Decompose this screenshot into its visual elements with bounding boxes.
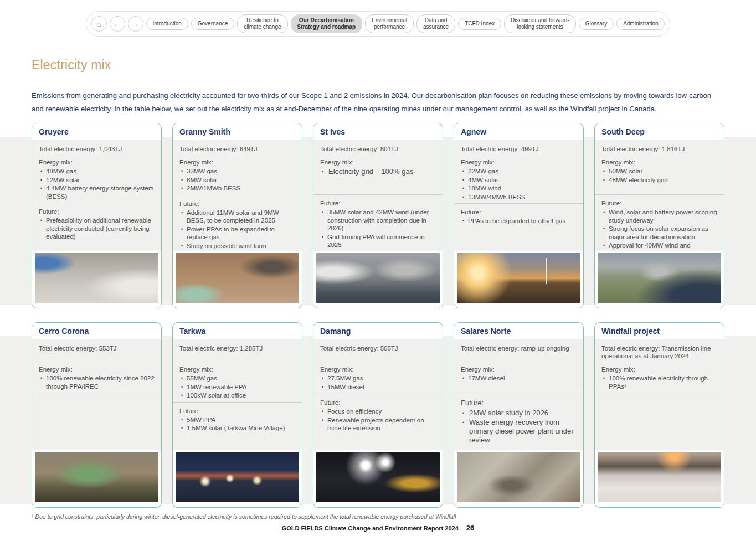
total-energy: Total electric energy: ramp-up ongoing: [461, 344, 577, 365]
forward-button[interactable]: →: [128, 16, 143, 32]
energy-mix-item: 4MW solar: [461, 176, 577, 184]
mine-card-title: Granny Smith: [179, 127, 295, 136]
energy-mix-item: 100% renewable electricity since 2022 th…: [39, 374, 155, 390]
future-list: Focus on efficiencyRenewable projects de…: [320, 408, 436, 432]
energy-section: Total electric energy: 1,816TJ Energy mi…: [595, 140, 724, 194]
energy-mix-item: 22MW gas: [461, 167, 577, 176]
total-energy: Total electric energy: 553TJ: [39, 344, 155, 365]
mine-card-title: Gruyere: [39, 127, 155, 136]
arrow-left-icon: ←: [114, 19, 121, 28]
future-label: Future:: [601, 199, 717, 207]
photo-frame: [313, 450, 443, 507]
energy-mix-item: 12MW solar: [39, 176, 155, 184]
tab-glossary[interactable]: Glossary: [579, 18, 614, 30]
back-button[interactable]: ←: [110, 16, 125, 32]
tab-data-and-assurance[interactable]: Data and assurance: [416, 14, 455, 33]
mine-card-body: Total electric energy: 1,043TJ Energy mi…: [32, 140, 161, 308]
open-pit-aerial-photo: [457, 452, 580, 502]
energy-section: Total electric energy: ramp-up ongoing E…: [454, 339, 583, 394]
photo-frame: [173, 450, 302, 507]
mine-card-body: Total electric energy: 1,816TJ Energy mi…: [595, 140, 724, 308]
energy-mix-label: Energy mix:: [461, 365, 577, 373]
energy-mix-label: Energy mix:: [601, 365, 717, 373]
tab-tcfd-index[interactable]: TCFD Index: [458, 18, 501, 30]
future-label: Future:: [39, 208, 155, 215]
mine-card-header: Windfall project: [595, 323, 724, 339]
future-section: Future: 2MW solar study in 2026Waste ene…: [454, 394, 583, 450]
energy-mix-item: Electricity grid – 100% gas: [320, 167, 436, 176]
top-navigation: ⌂ ← → IntroductionGovernanceResilience t…: [86, 11, 671, 37]
mine-card-header: Salares Norte: [454, 323, 583, 339]
energy-mix-item: 27.5MW gas: [320, 374, 436, 383]
future-section: Future:: [595, 394, 724, 450]
mine-card-body: Total electric energy: 553TJ Energy mix:…: [32, 339, 161, 507]
future-item: Study on possible wind farm: [179, 242, 295, 250]
tab-administration[interactable]: Administration: [616, 18, 665, 30]
future-item: Additional 11MW solar and 9MW BESS, to b…: [179, 209, 295, 225]
mine-card-body: Total electric energy: 801TJ Energy mix:…: [313, 140, 443, 308]
future-list: PPAs to be expanded to offset gas: [461, 217, 577, 225]
energy-section: Total electric energy: 553TJ Energy mix:…: [32, 339, 161, 394]
future-section: Future:: [32, 394, 161, 450]
energy-mix-item: 17MW diesel: [461, 374, 577, 383]
energy-mix-item: 2MW/1MWh BESS: [179, 184, 295, 193]
mine-card-title: Tarkwa: [179, 327, 295, 336]
future-list: 35MW solar and 42MW wind (under construc…: [320, 208, 436, 251]
future-list: 5MW PPA1.5MW solar (Tarkwa Mine Village): [179, 416, 295, 432]
future-item: 132/33kV RE Hub collector substation: [320, 250, 436, 251]
future-item: Renewable projects dependent on mine-lif…: [320, 416, 436, 432]
nav-outer: ⌂ ← → IntroductionGovernanceResilience t…: [0, 0, 756, 37]
energy-mix-item: 33MW gas: [179, 167, 295, 176]
report-name: GOLD FIELDS Climate Change and Environme…: [282, 525, 459, 532]
mine-card-body: Total electric energy: 1,285TJ Energy mi…: [173, 339, 302, 507]
tab-disclaimer-and-forward-looking-statements[interactable]: Disclaimer and forward- looking statemen…: [504, 14, 576, 33]
energy-mix-item: 100% renewable electricity through PPAs¹: [601, 374, 717, 390]
cards-row-1: Gruyere Total electric energy: 1,043TJ E…: [32, 123, 724, 308]
future-section: Future: 35MW solar and 42MW wind (under …: [313, 194, 443, 251]
mine-card-body: Total electric energy: 505TJ Energy mix:…: [313, 339, 443, 507]
mine-card-title: Windfall project: [601, 327, 717, 336]
energy-mix-label: Energy mix:: [39, 365, 155, 373]
page-footer: GOLD FIELDS Climate Change and Environme…: [32, 524, 724, 532]
energy-mix-label: Energy mix:: [320, 365, 436, 373]
tab-governance[interactable]: Governance: [191, 18, 234, 30]
energy-section: Total electric energy: 1,285TJ Energy mi…: [173, 339, 302, 402]
energy-section: Total electric energy: 1,043TJ Energy mi…: [32, 140, 161, 203]
future-label: Future:: [461, 399, 577, 408]
future-item: 1.5MW solar (Tarkwa Mine Village): [179, 424, 295, 432]
energy-mix-list: 22MW gas4MW solar18MW wind13MW/4MWh BESS: [461, 167, 577, 201]
total-energy: Total electric energy: 1,285TJ: [179, 344, 295, 365]
photo-frame: [32, 251, 161, 308]
energy-section: Total electric energy: Transmission line…: [595, 339, 724, 394]
cerro-corona-card: Cerro Corona Total electric energy: 553T…: [32, 322, 162, 508]
photo-frame: [32, 450, 161, 507]
mine-card-header: Damang: [313, 323, 443, 339]
total-energy: Total electric energy: 649TJ: [179, 145, 295, 153]
mine-card-title: St Ives: [320, 127, 436, 136]
energy-mix-label: Energy mix:: [179, 365, 295, 373]
mine-card-header: Cerro Corona: [32, 323, 161, 339]
home-button[interactable]: ⌂: [91, 16, 107, 32]
future-section: Future: PPAs to be expanded to offset ga…: [454, 203, 583, 251]
mine-card-title: Damang: [320, 327, 436, 336]
energy-mix-item: 13MW/4MWh BESS: [461, 193, 577, 202]
future-list: Prefeasibility on additional renewable e…: [39, 217, 155, 241]
future-item: Focus on efficiency: [320, 408, 436, 416]
energy-mix-item: 18MW wind: [461, 184, 577, 193]
night-excavator-truck-photo: [316, 452, 440, 502]
future-label: Future:: [179, 407, 295, 415]
energy-mix-item: 55MW gas: [179, 374, 295, 383]
mine-card-header: Granny Smith: [173, 123, 302, 140]
tab-environmental-performance[interactable]: Environmental performance: [365, 14, 414, 33]
tab-our-decarbonisation-strategy-and-roadmap[interactable]: Our Decarbonisation Strategy and roadmap: [291, 14, 363, 33]
mine-card-body: Total electric energy: 649TJ Energy mix:…: [173, 140, 302, 308]
tab-resilience-to-climate-change[interactable]: Resilience to climate change: [237, 14, 287, 33]
future-section: Future: Wind, solar and battery power sc…: [595, 194, 724, 251]
tarkwa-card: Tarkwa Total electric energy: 1,285TJ En…: [172, 322, 302, 508]
future-label: Future:: [320, 199, 436, 207]
wind-turbine-sunset-photo: [457, 253, 580, 303]
mine-card-header: St Ives: [313, 123, 443, 140]
tab-introduction[interactable]: Introduction: [146, 18, 188, 30]
page-number: 26: [466, 524, 474, 532]
energy-mix-list: 100% renewable electricity since 2022 th…: [39, 374, 155, 390]
